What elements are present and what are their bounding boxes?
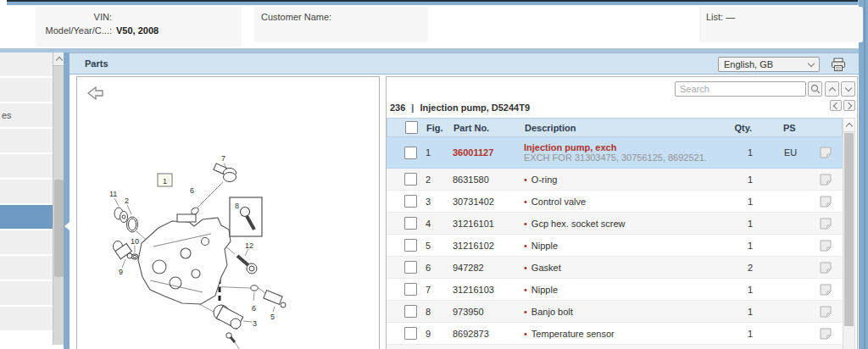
row-checkbox[interactable]: [404, 195, 417, 208]
col-desc: Description: [521, 123, 716, 133]
prev-page-button[interactable]: [830, 100, 842, 111]
callout-8: 8: [235, 202, 239, 210]
table-row[interactable]: 1 36001127 Injection pump, exchEXCH FOR …: [387, 137, 843, 169]
sidebar-item[interactable]: [0, 307, 53, 332]
sidebar-item[interactable]: [0, 180, 53, 205]
callout-6b: 6: [252, 304, 256, 313]
chevron-up-icon: [828, 86, 835, 93]
select-all-checkbox[interactable]: [405, 121, 418, 134]
back-arrow-icon[interactable]: [86, 85, 104, 102]
callout-2: 2: [125, 197, 129, 205]
row-checkbox[interactable]: [404, 305, 417, 318]
search-next-button[interactable]: [841, 81, 855, 97]
table-header-row: Fig. Part No. Description Qty. PS: [387, 118, 843, 137]
table-scroll-thumb[interactable]: [844, 133, 854, 326]
parts-list-panel: 236|Injection pump, D5244T9 Fig. Part No…: [386, 76, 858, 349]
sidebar-scroll-thumb[interactable]: [54, 180, 64, 277]
customer-label: Customer Name:: [261, 12, 331, 22]
row-checkbox[interactable]: [404, 283, 417, 296]
qty-value: 1: [717, 147, 753, 158]
tab-parts[interactable]: Parts: [70, 58, 108, 69]
qty-value: 1: [717, 197, 753, 207]
fig-value: 4: [417, 219, 453, 229]
col-part: Part No.: [453, 123, 521, 133]
search-field-wrap: [675, 81, 806, 97]
next-page-button[interactable]: [843, 100, 855, 111]
sidebar-item[interactable]: [0, 256, 53, 281]
sidebar-item[interactable]: [0, 281, 53, 307]
note-icon[interactable]: [820, 147, 832, 158]
callout-3: 3: [253, 319, 257, 328]
note-icon[interactable]: [820, 306, 832, 318]
callout-12: 12: [245, 241, 253, 250]
vin-value: [116, 12, 235, 22]
table-row[interactable]: 10 947283 Gasket 1: [387, 345, 843, 349]
row-checkbox[interactable]: [404, 239, 417, 252]
table-row[interactable]: 4 31216101 Gcp hex. socket screw 1: [387, 213, 843, 235]
sidebar-item-selected[interactable]: [0, 205, 53, 230]
note-icon[interactable]: [820, 218, 832, 230]
part-number: 973950: [453, 307, 520, 317]
parts-table: Fig. Part No. Description Qty. PS 1 3600…: [387, 118, 843, 349]
list-value: —: [726, 12, 735, 22]
section-number: 236: [390, 102, 405, 113]
sidebar-item[interactable]: [0, 78, 53, 103]
part-description: O-ring: [524, 174, 557, 185]
search-input[interactable]: [675, 81, 806, 97]
sidebar-item[interactable]: [0, 53, 53, 78]
row-checkbox[interactable]: [404, 327, 417, 340]
callout-6: 6: [190, 186, 194, 195]
parts-tab-bar: Parts English, GB: [70, 53, 859, 75]
qty-value: 1: [717, 307, 753, 317]
search-prev-button[interactable]: [825, 81, 839, 97]
note-icon[interactable]: [820, 328, 832, 340]
sidebar-item[interactable]: [0, 154, 53, 180]
table-row[interactable]: 6 947282 Gasket 2: [387, 257, 843, 279]
main-area: es Parts English, GB: [0, 53, 868, 349]
table-row[interactable]: 5 31216102 Nipple 1: [387, 235, 843, 257]
callout-7: 7: [221, 154, 225, 163]
note-icon[interactable]: [820, 284, 832, 296]
part-number-link[interactable]: 36001127: [453, 147, 520, 158]
table-row[interactable]: 7 31216103 Nipple 1: [387, 279, 843, 301]
table-row[interactable]: 8 973950 Banjo bolt 1: [387, 301, 843, 323]
chevron-up-icon: [55, 57, 62, 64]
callout-10: 10: [131, 237, 139, 246]
row-checkbox[interactable]: [404, 173, 417, 186]
panel-splitter[interactable]: [64, 53, 70, 349]
row-checkbox[interactable]: [404, 261, 417, 274]
table-scrollbar[interactable]: [843, 118, 855, 349]
search-button[interactable]: [808, 81, 822, 97]
sidebar-nav: es: [0, 53, 53, 345]
row-checkbox[interactable]: [404, 217, 417, 230]
vin-label: VIN:: [42, 12, 112, 22]
part-number: 947282: [453, 263, 520, 273]
print-button[interactable]: [830, 56, 847, 73]
sidebar-scrollbar[interactable]: [53, 53, 64, 345]
sidebar-item[interactable]: [0, 230, 53, 256]
section-title-separator: |: [411, 102, 414, 113]
note-icon[interactable]: [820, 196, 832, 208]
language-select[interactable]: English, GB: [718, 57, 820, 72]
part-description: Banjo bolt: [524, 307, 573, 317]
chevron-down-icon: [844, 85, 851, 91]
list-label: List:: [706, 12, 723, 22]
sidebar-item-label: es: [2, 110, 12, 120]
col-ps: PS: [752, 123, 808, 133]
table-scroll-up-button[interactable]: [843, 119, 854, 132]
part-description: Nipple: [524, 285, 558, 295]
table-row[interactable]: 2 8631580 O-ring 1: [387, 169, 843, 191]
note-icon[interactable]: [820, 262, 832, 274]
row-checkbox[interactable]: [404, 147, 417, 159]
note-icon[interactable]: [820, 240, 832, 252]
note-icon[interactable]: [820, 174, 832, 186]
language-select-value: English, GB: [724, 59, 773, 69]
sidebar-item[interactable]: es: [0, 103, 53, 129]
sidebar-item[interactable]: [0, 129, 53, 154]
section-title: 236|Injection pump, D5244T9: [390, 102, 530, 113]
callout-1-boxed: 1: [163, 177, 167, 186]
fig-value: 1: [417, 147, 453, 158]
vin-model-box: VIN: Model/Year/C...: V50, 2008: [36, 7, 242, 47]
table-row[interactable]: 9 8692873 Temperature sensor 1: [387, 323, 843, 345]
table-row[interactable]: 3 30731402 Control valve 1: [387, 191, 843, 213]
